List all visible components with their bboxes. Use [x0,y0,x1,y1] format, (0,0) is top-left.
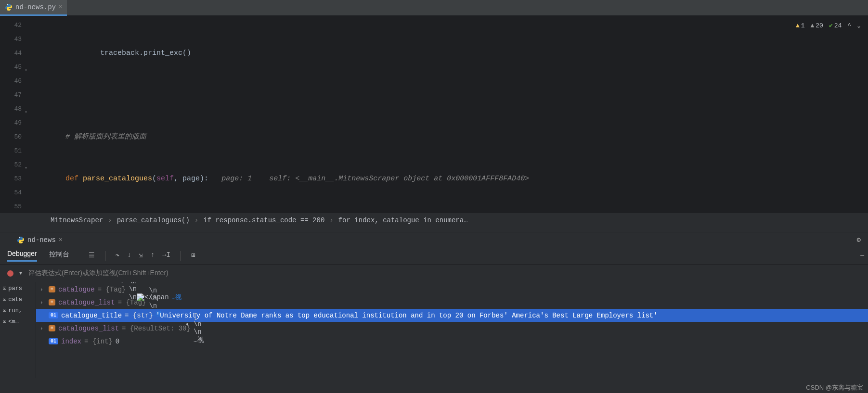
code-area[interactable]: traceback.print_exc() # 解析版面列表里的版面 def p… [29,16,868,213]
breakpoint-indicator-icon[interactable] [7,270,13,277]
expand-icon[interactable]: › [40,287,46,292]
breadcrumb-item[interactable]: MitnewsSraper [51,216,103,224]
tab-debugger[interactable]: Debugger [7,250,37,262]
code-line[interactable]: def parse_catalogues(self, page): page: … [29,172,868,186]
expand-icon[interactable]: › [40,326,46,331]
stack-icon: ⊡ [3,296,6,303]
fold-icon[interactable]: ▾ [25,161,27,175]
debugger-tab-row: Debugger 控制台 ☰ ↷ ↓ ⇲ ↑ →I ⊞ — [0,247,868,265]
svg-point-1 [10,9,10,10]
python-icon [17,236,25,244]
view-link[interactable]: …视 [172,294,182,301]
step-into-my-icon[interactable]: ⇲ [139,251,143,261]
debug-panel: nd-news × ⚙ Debugger 控制台 ☰ ↷ ↓ ⇲ ↑ →I ⊞ … [0,232,868,393]
watermark: CSDN @东离与糖宝 [806,383,863,392]
tab-console[interactable]: 控制台 [49,250,69,262]
variable-row[interactable]: ›≡catalogues_list = {ResultSet: 30} [\n\… [36,322,868,335]
dropdown-icon[interactable]: ▼ [19,271,22,276]
run-config-tab[interactable]: nd-news × [17,236,63,244]
variables-area: ⊡pars ⊡cata ⊡run, ⊡<m… ›≡catalogue = {Ta… [0,282,868,378]
code-line[interactable] [29,88,868,102]
close-icon[interactable]: × [59,236,63,244]
type-badge-icon: ≡ [49,325,55,331]
frame-item[interactable]: ⊡cata [0,294,36,305]
breadcrumb-item[interactable]: for index, catalogue in enumera… [338,216,468,224]
fold-icon[interactable]: ▾ [25,105,27,119]
line-gutter[interactable]: 42 43 44 45▾ 46 47 48▾ 49 50 51 52▾ 53 5… [0,16,29,213]
evaluate-icon[interactable]: ⊞ [191,251,195,261]
svg-point-2 [19,237,20,237]
layout-icon[interactable]: ☰ [89,251,95,261]
svg-point-3 [22,242,22,242]
type-badge-icon: 01 [49,338,58,344]
svg-point-0 [7,4,8,4]
evaluate-bar: ▼ 评估表达式(Enter)或添加监视(Ctrl+Shift+Enter) [0,265,868,282]
run-tab-bar: nd-news × ⚙ [0,232,868,247]
type-badge-icon: 01 [49,312,58,318]
close-icon[interactable]: × [59,4,62,11]
frame-item[interactable]: ⊡run, [0,305,36,316]
tab-filename: nd-news.py [15,3,56,11]
minimize-icon[interactable]: — [860,252,864,259]
type-badge-icon: ≡ [49,286,55,292]
step-into-icon[interactable]: ↓ [127,251,131,261]
variables-tree[interactable]: ›≡catalogue = {Tag} \n\n\n…视›≡catalogue_… [36,282,868,378]
python-icon [5,3,13,11]
stack-icon: ⊡ [3,307,6,314]
variable-row[interactable]: 01index = {int} 0 [36,335,868,348]
stack-icon: ⊡ [3,318,6,325]
frames-panel[interactable]: ⊡pars ⊡cata ⊡run, ⊡<m… [0,282,36,378]
type-badge-icon: ≡ [49,299,55,305]
expand-icon[interactable]: › [40,300,46,305]
gear-icon[interactable]: ⚙ [857,236,861,244]
file-tab[interactable]: nd-news.py × [0,0,67,16]
breadcrumb-item[interactable]: if response.status_code == 200 [203,216,324,224]
code-line[interactable]: traceback.print_exc() [29,46,868,60]
code-line[interactable]: # 解析版面列表里的版面 [29,130,868,144]
fold-icon[interactable]: ▾ [25,63,27,77]
view-link[interactable]: …视 [194,336,204,344]
evaluate-input[interactable]: 评估表达式(Enter)或添加监视(Ctrl+Shift+Enter) [28,269,168,278]
stack-icon: ⊡ [3,285,6,292]
frame-item[interactable]: ⊡pars [0,283,36,294]
frame-item[interactable]: ⊡<m… [0,316,36,327]
variable-row[interactable]: ›≡catalogue_list = {Tag} \n\n\n…视 [36,296,868,309]
breadcrumb-item[interactable]: parse_catalogues() [117,216,190,224]
breadcrumb[interactable]: MitnewsSraper› parse_catalogues()› if re… [0,213,868,228]
editor-tab-bar: nd-news.py × [0,0,868,16]
step-over-icon[interactable]: ↷ [116,251,119,261]
step-out-icon[interactable]: ↑ [151,251,155,261]
run-to-cursor-icon[interactable]: →I [162,251,170,261]
code-editor[interactable]: ▲1 ▲20 ✔24 ^ ⌄ 42 43 44 45▾ 46 47 48▾ 49… [0,16,868,213]
